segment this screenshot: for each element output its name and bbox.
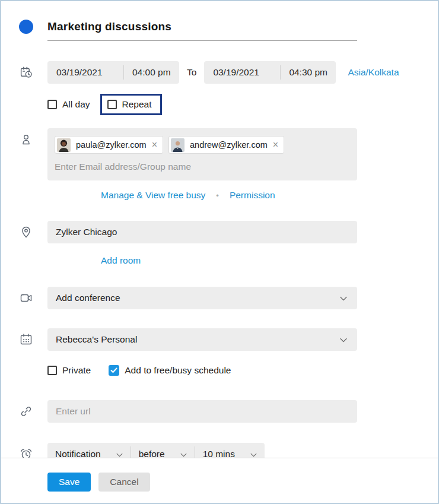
notification-duration-value: 10 mins bbox=[203, 449, 235, 458]
event-color-dot[interactable] bbox=[19, 20, 33, 34]
repeat-checkbox[interactable]: Repeat bbox=[107, 99, 152, 110]
url-section bbox=[1, 400, 438, 423]
event-title[interactable]: Marketing discussions bbox=[47, 20, 171, 33]
chevron-down-icon bbox=[340, 334, 347, 345]
notification-bar: Notification before 10 mins bbox=[47, 443, 265, 458]
alarm-clock-icon bbox=[1, 443, 47, 458]
start-time-field[interactable]: 04:00 pm bbox=[124, 67, 179, 78]
conference-select[interactable]: Add conference bbox=[47, 287, 357, 309]
attendee-email: paula@zylker.com bbox=[76, 140, 147, 150]
start-date-field[interactable]: 03/19/2021 bbox=[47, 67, 123, 78]
url-input[interactable] bbox=[47, 400, 357, 423]
timezone-link[interactable]: Asia/Kolkata bbox=[348, 67, 399, 78]
calendar-select[interactable]: Rebecca's Personal bbox=[47, 328, 357, 351]
footer-actions: Save Cancel bbox=[1, 458, 438, 503]
private-checkbox[interactable]: Private bbox=[47, 365, 91, 376]
checkbox-unchecked-icon[interactable] bbox=[107, 100, 117, 109]
private-label: Private bbox=[62, 365, 91, 376]
freebusy-checkbox[interactable]: Add to free/busy schedule bbox=[109, 365, 231, 376]
end-datetime-group: 03/19/2021 04:30 pm bbox=[204, 61, 336, 84]
checkbox-unchecked-icon[interactable] bbox=[47, 100, 57, 109]
day-repeat-options: All day Repeat bbox=[47, 94, 438, 115]
add-room-link[interactable]: Add room bbox=[101, 255, 141, 266]
notification-relation-select[interactable]: before bbox=[131, 449, 195, 458]
repeat-focus-outline: Repeat bbox=[100, 94, 162, 115]
all-day-checkbox[interactable]: All day bbox=[47, 99, 90, 110]
chevron-down-icon bbox=[250, 449, 257, 458]
calendar-select-value: Rebecca's Personal bbox=[56, 334, 137, 345]
datetime-section: 03/19/2021 04:00 pm To 03/19/2021 04:30 … bbox=[1, 61, 438, 84]
remove-attendee-icon[interactable]: × bbox=[273, 140, 278, 150]
remove-attendee-icon[interactable]: × bbox=[152, 140, 157, 150]
notification-type-value: Notification bbox=[55, 449, 101, 458]
location-input[interactable] bbox=[47, 221, 357, 243]
link-icon bbox=[1, 400, 47, 419]
attendee-input[interactable] bbox=[55, 160, 350, 173]
event-form: Marketing discussions 03/19/2021 04:00 p… bbox=[1, 1, 438, 458]
conference-select-value: Add conference bbox=[56, 293, 120, 303]
attendee-chip: andrew@zylker.com × bbox=[168, 136, 284, 154]
freebusy-label: Add to free/busy schedule bbox=[125, 365, 231, 376]
chevron-down-icon bbox=[180, 449, 187, 458]
save-button[interactable]: Save bbox=[47, 473, 91, 492]
link-separator: • bbox=[216, 191, 219, 200]
calendar-section: Rebecca's Personal bbox=[1, 328, 438, 351]
start-datetime-group: 03/19/2021 04:00 pm bbox=[47, 61, 179, 84]
end-date-field[interactable]: 03/19/2021 bbox=[204, 67, 280, 78]
avatar bbox=[171, 138, 184, 152]
chevron-down-icon bbox=[340, 293, 347, 303]
notification-relation-value: before bbox=[139, 449, 165, 458]
conference-section: Add conference bbox=[1, 287, 438, 309]
notification-type-select[interactable]: Notification bbox=[47, 449, 131, 458]
calendar-clock-icon bbox=[1, 61, 47, 80]
repeat-label: Repeat bbox=[122, 99, 152, 110]
all-day-label: All day bbox=[62, 99, 90, 110]
checkbox-checked-icon[interactable] bbox=[109, 365, 119, 376]
chevron-down-icon bbox=[116, 449, 123, 458]
title-section: Marketing discussions bbox=[1, 20, 438, 34]
end-time-field[interactable]: 04:30 pm bbox=[281, 67, 336, 78]
privacy-options: Private Add to free/busy schedule bbox=[47, 365, 438, 376]
permission-link[interactable]: Permission bbox=[230, 190, 275, 201]
cancel-button[interactable]: Cancel bbox=[98, 473, 149, 492]
calendar-icon bbox=[1, 328, 47, 347]
attendee-email: andrew@zylker.com bbox=[190, 140, 268, 150]
manage-free-busy-link[interactable]: Manage & View free busy bbox=[101, 190, 205, 201]
notification-duration-select[interactable]: 10 mins bbox=[195, 449, 265, 458]
notification-section: Notification before 10 mins bbox=[1, 443, 438, 458]
checkbox-unchecked-icon[interactable] bbox=[47, 366, 57, 375]
to-label: To bbox=[187, 67, 196, 78]
location-section: Add room bbox=[1, 221, 438, 266]
attendees-section: paula@zylker.com × andrew@zylk bbox=[1, 128, 438, 201]
location-pin-icon bbox=[1, 221, 47, 239]
title-underline bbox=[47, 40, 357, 41]
attendee-chip: paula@zylker.com × bbox=[55, 136, 163, 154]
person-icon bbox=[1, 128, 47, 147]
attendee-input-box[interactable]: paula@zylker.com × andrew@zylk bbox=[47, 128, 357, 180]
video-camera-icon bbox=[1, 287, 47, 305]
avatar bbox=[57, 138, 71, 152]
